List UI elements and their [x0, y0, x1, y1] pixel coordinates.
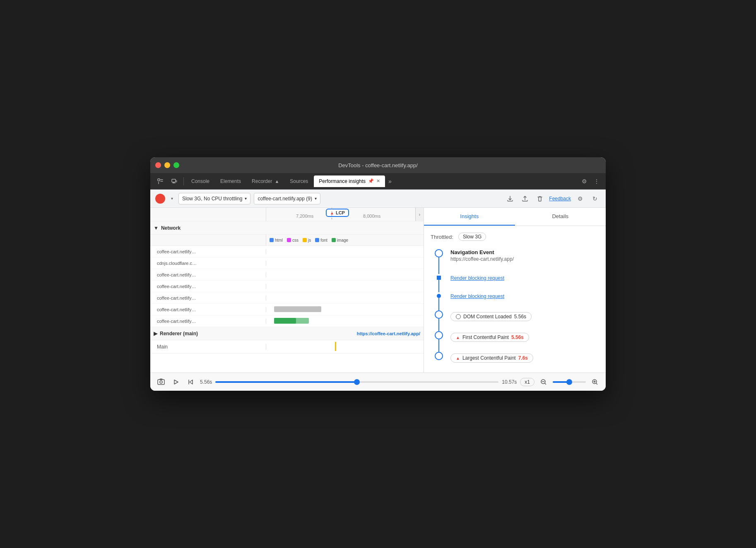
refresh-icon[interactable]: ↻ — [589, 193, 601, 204]
minimize-button[interactable] — [164, 162, 170, 168]
network-row-1-bar — [266, 246, 424, 257]
title-bar: DevTools - coffee-cart.netlify.app/ — [150, 157, 606, 173]
tab-bar: Console Elements Recorder ▲ Sources Perf… — [150, 173, 606, 190]
performance-pin-icon: 📌 — [368, 178, 374, 184]
nav-circle — [435, 249, 443, 257]
renderer-expand-arrow: ▶ — [154, 331, 157, 336]
play-button[interactable] — [170, 376, 182, 388]
device-icon[interactable] — [168, 175, 181, 187]
import-button[interactable] — [519, 193, 531, 204]
svg-point-4 — [160, 381, 162, 383]
more-tabs-icon[interactable]: » — [386, 178, 394, 185]
event-line-dom — [431, 310, 447, 331]
tab-sources[interactable]: Sources — [285, 175, 313, 187]
fcp-content: ▲ First Contentful Paint 5.56s — [447, 331, 599, 352]
network-row: cdnjs.cloudflare.c… — [150, 257, 424, 269]
insights-panel: Insights Details Throttled: Slow 3G — [424, 208, 606, 373]
tab-console[interactable]: Console — [186, 175, 214, 187]
nav-subtitle: https://coffee-cart.netlify.app/ — [450, 256, 599, 262]
rewind-button[interactable] — [185, 376, 197, 388]
event-group-dom: DOM Content Loaded 5.56s — [431, 310, 599, 331]
close-button[interactable] — [155, 162, 161, 168]
nav-content: Navigation Event https://coffee-cart.net… — [447, 249, 599, 274]
network-row-4-label: coffee-cart.netlify… — [150, 284, 266, 289]
network-section-header[interactable]: ▼ Network — [150, 221, 424, 235]
render2-vert — [438, 298, 439, 310]
network-row-6-label: coffee-cart.netlify… — [150, 307, 266, 312]
network-row-7-bar — [266, 315, 424, 327]
maximize-button[interactable] — [173, 162, 179, 168]
insights-tabs: Insights Details — [424, 208, 606, 226]
scale-left — [150, 208, 266, 221]
nav-vert-line — [438, 257, 439, 274]
tab-close-icon[interactable]: ✕ — [376, 178, 380, 184]
scrubber[interactable] — [215, 381, 498, 383]
screenshot-toggle-button[interactable] — [155, 376, 167, 388]
export-button[interactable] — [504, 193, 516, 204]
dropdown-arrow2-icon: ▾ — [315, 196, 317, 201]
tab-elements[interactable]: Elements — [215, 175, 246, 187]
dom-circle-icon — [456, 314, 461, 319]
scrubber-thumb[interactable] — [354, 379, 360, 385]
feedback-link[interactable]: Feedback — [549, 196, 571, 202]
dom-vert — [438, 319, 439, 331]
tab-recorder[interactable]: Recorder ▲ — [247, 175, 284, 187]
zoom-in-icon[interactable] — [589, 376, 601, 388]
zoom-slider[interactable] — [553, 381, 586, 383]
network-row: coffee-cart.netlify… — [150, 269, 424, 281]
scale-track: 7,200ms 8,000ms ▲ LCP — [266, 208, 415, 221]
lcp-badge-triangle-icon: ▲ — [456, 356, 460, 361]
network-row: coffee-cart.netlify… — [150, 304, 424, 315]
tab-insights[interactable]: Insights — [424, 208, 515, 226]
recorder-icon: ▲ — [274, 179, 279, 184]
gear-icon[interactable]: ⚙ — [574, 193, 586, 204]
tab-divider — [183, 177, 184, 185]
legend-row: html css js font — [150, 235, 424, 246]
network-row-1-label: coffee-cart.netlify… — [150, 249, 266, 254]
dom-circle — [435, 310, 443, 319]
event-line-fcp — [431, 331, 447, 352]
url-select[interactable]: coffee-cart.netlify.app (9) ▾ — [254, 193, 320, 204]
network-row-4-bar — [266, 281, 424, 292]
network-row-2-bar — [266, 257, 424, 269]
playback-end-time: 10.57s — [502, 379, 517, 385]
legend-css: css — [287, 238, 299, 243]
record-button[interactable] — [155, 194, 165, 204]
lcp-content: ▲ Largest Contentful Paint 7.6s — [447, 352, 599, 366]
scale-7200: 7,200ms — [296, 214, 313, 219]
render1-link[interactable]: Render blocking request — [450, 275, 504, 281]
throttled-row: Throttled: Slow 3G — [431, 233, 599, 241]
delete-button[interactable] — [534, 193, 546, 204]
dom-content: DOM Content Loaded 5.56s — [447, 310, 599, 331]
network-row: coffee-cart.netlify… — [150, 315, 424, 327]
tab-details[interactable]: Details — [515, 208, 606, 226]
traffic-lights — [155, 162, 179, 168]
zoom-out-icon[interactable] — [538, 376, 549, 388]
timeline-panel: 7,200ms 8,000ms ▲ LCP › ▼ — [150, 208, 424, 373]
lcp-badge-item: ▲ Largest Contentful Paint 7.6s — [450, 353, 533, 363]
inspect-icon[interactable] — [154, 175, 167, 187]
zoom-thumb[interactable] — [566, 379, 572, 385]
network-row-5-bar — [266, 292, 424, 303]
renderer-label: Renderer (main) — [160, 331, 198, 336]
svg-rect-2 — [176, 180, 177, 182]
tab-performance[interactable]: Performance insights 📌 ✕ — [314, 175, 385, 187]
more-options-icon[interactable]: ⋮ — [591, 175, 602, 187]
event-line-render2 — [431, 292, 447, 310]
network-row-3-bar — [266, 269, 424, 280]
network-throttle-select[interactable]: Slow 3G, No CPU throttling ▾ — [178, 193, 250, 204]
event-group-render2: Render blocking request — [431, 292, 599, 310]
render2-link[interactable]: Render blocking request — [450, 293, 504, 299]
expand-panel-button[interactable]: › — [415, 208, 424, 221]
network-row-7-label: coffee-cart.netlify… — [150, 319, 266, 324]
renderer-url[interactable]: https://coffee-cart.netlify.app/ — [352, 331, 420, 336]
render2-dot — [437, 294, 441, 298]
record-dropdown[interactable]: ▾ — [169, 194, 175, 204]
network-collapse-arrow: ▼ — [154, 225, 159, 231]
render1-dot — [437, 276, 441, 280]
legend-html: html — [270, 238, 283, 243]
lcp-marker: ▲ LCP — [326, 209, 349, 217]
renderer-section-header[interactable]: ▶ Renderer (main) https://coffee-cart.ne… — [150, 327, 424, 340]
settings-icon[interactable]: ⚙ — [578, 175, 590, 187]
legend-font: font — [315, 238, 327, 243]
